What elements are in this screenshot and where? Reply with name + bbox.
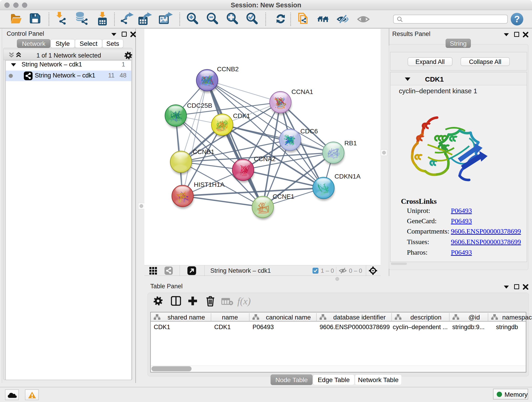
svg-text:CCNA1: CCNA1 xyxy=(291,88,313,95)
svg-text:CDC25B: CDC25B xyxy=(187,102,212,109)
svg-text:CDKN1A: CDKN1A xyxy=(335,173,361,180)
svg-text:HIST1H1A: HIST1H1A xyxy=(194,181,225,188)
svg-text:CCNE1: CCNE1 xyxy=(273,193,294,200)
svg-text:CDK1: CDK1 xyxy=(233,112,250,119)
svg-text:CDC6: CDC6 xyxy=(300,128,318,135)
svg-text:RB1: RB1 xyxy=(344,140,357,147)
svg-text:CCNA2: CCNA2 xyxy=(254,155,276,162)
svg-text:CCNB2: CCNB2 xyxy=(217,65,239,73)
svg-text:CCNB1: CCNB1 xyxy=(193,148,215,155)
